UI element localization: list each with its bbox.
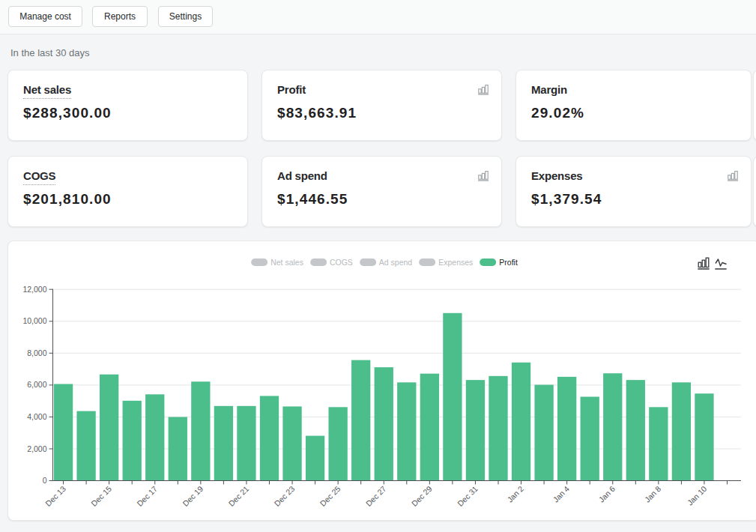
svg-text:Dec 31: Dec 31	[456, 484, 480, 508]
svg-text:6,000: 6,000	[27, 380, 46, 389]
svg-text:Jan 10: Jan 10	[686, 484, 709, 507]
svg-text:Dec 15: Dec 15	[89, 484, 113, 508]
svg-text:Dec 25: Dec 25	[318, 484, 342, 508]
svg-text:Dec 13: Dec 13	[43, 484, 67, 508]
svg-text:10,000: 10,000	[22, 316, 46, 325]
svg-text:Jan 6: Jan 6	[597, 484, 617, 504]
svg-text:Dec 21: Dec 21	[226, 484, 250, 508]
svg-text:Dec 19: Dec 19	[181, 484, 205, 508]
svg-text:Jan 8: Jan 8	[643, 484, 663, 504]
svg-text:0: 0	[43, 476, 47, 485]
svg-text:2,000: 2,000	[27, 444, 46, 453]
svg-text:Dec 29: Dec 29	[410, 484, 434, 508]
svg-text:Jan 4: Jan 4	[551, 484, 571, 504]
svg-text:Dec 17: Dec 17	[135, 484, 159, 508]
svg-text:Jan 2: Jan 2	[505, 484, 525, 504]
svg-text:4,000: 4,000	[27, 412, 46, 421]
svg-text:Dec 23: Dec 23	[272, 484, 296, 508]
svg-text:8,000: 8,000	[27, 348, 46, 357]
svg-text:Dec 27: Dec 27	[364, 484, 388, 508]
svg-text:12,000: 12,000	[22, 285, 46, 294]
